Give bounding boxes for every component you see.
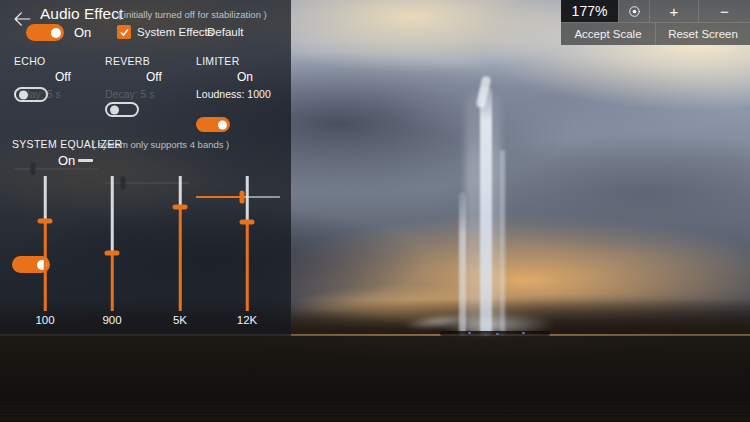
- accept-scale-button[interactable]: Accept Scale: [561, 23, 655, 45]
- limiter-label: LIMITER: [196, 55, 240, 67]
- scale-buttons-row: Accept Scale Reset Screen: [561, 23, 750, 45]
- eq-band-100-label: 100: [23, 314, 67, 326]
- slider-track: [196, 196, 280, 198]
- bottom-toolbar: SW: [0, 336, 750, 422]
- boat-light: [496, 333, 499, 335]
- toggle-knob: [110, 105, 119, 114]
- slider-thumb[interactable]: [173, 205, 188, 210]
- eq-band-5k-slider[interactable]: [172, 176, 188, 311]
- slider-track: [246, 176, 249, 311]
- check-icon: [119, 27, 130, 38]
- zoom-controls-row: 177% + −: [561, 0, 750, 23]
- system-effects-label: System Effects: [137, 26, 213, 38]
- dash-indicator: [78, 159, 93, 162]
- slider-track: [44, 176, 47, 311]
- reverb-label: REVERB: [105, 55, 150, 67]
- boat-light: [522, 332, 525, 334]
- reverb-toggle[interactable]: [105, 102, 139, 117]
- zoom-in-button[interactable]: +: [649, 0, 698, 22]
- zoom-out-button[interactable]: −: [698, 0, 750, 22]
- limiter-loudness-slider[interactable]: [196, 190, 280, 204]
- fountain-jet: [480, 86, 492, 336]
- panel-title: Audio Effect: [40, 5, 123, 23]
- echo-label: ECHO: [14, 55, 46, 67]
- slider-track: [14, 168, 98, 170]
- default-button[interactable]: Default: [207, 26, 243, 38]
- audio-effect-panel: Audio Effect ( initially turned off for …: [0, 0, 291, 336]
- system-effects-checkbox[interactable]: [117, 25, 131, 39]
- limiter-loudness-value: Loudness: 1000: [196, 88, 271, 100]
- echo-delay-value: Delay: 5 s: [14, 88, 61, 100]
- video-player-window: Audio Effect ( initially turned off for …: [0, 0, 750, 422]
- limiter-toggle-label: On: [237, 70, 253, 84]
- eq-band-5k-label: 5K: [158, 314, 202, 326]
- actual-size-target-icon: [626, 3, 643, 20]
- reverb-decay-value: Decay: 5 s: [105, 88, 155, 100]
- master-toggle-label: On: [74, 25, 91, 40]
- slider-thumb[interactable]: [105, 250, 120, 255]
- slider-thumb[interactable]: [38, 218, 53, 223]
- slider-track: [111, 176, 114, 311]
- zoom-level-value: 177%: [561, 0, 618, 22]
- reverb-toggle-label: Off: [146, 70, 162, 84]
- eq-band-900-slider[interactable]: [104, 176, 120, 311]
- eq-band-900-label: 900: [90, 314, 134, 326]
- equalizer-note: ( system only supports 4 bands ): [92, 139, 229, 150]
- toggle-knob: [51, 28, 61, 38]
- slider-thumb[interactable]: [120, 177, 125, 190]
- eq-band-12k-slider[interactable]: [239, 176, 255, 311]
- slider-track: [179, 176, 182, 311]
- slider-thumb[interactable]: [240, 219, 255, 224]
- echo-toggle-label: Off: [55, 70, 71, 84]
- equalizer-toggle-label: On: [58, 153, 75, 168]
- panel-subtitle: ( initially turned off for stabilization…: [118, 9, 267, 20]
- actual-size-button[interactable]: [618, 0, 649, 22]
- zoom-scale-panel: 177% + − Accept Scale Reset Screen: [561, 0, 750, 45]
- audio-effect-master-toggle[interactable]: [26, 24, 64, 41]
- eq-band-12k-label: 12K: [225, 314, 269, 326]
- boat-light: [468, 332, 471, 334]
- toggle-knob: [218, 120, 227, 129]
- limiter-toggle[interactable]: [196, 117, 230, 132]
- echo-delay-slider[interactable]: [14, 162, 98, 176]
- slider-thumb[interactable]: [31, 163, 36, 176]
- reset-screen-button[interactable]: Reset Screen: [655, 23, 750, 45]
- eq-band-100-slider[interactable]: [37, 176, 53, 311]
